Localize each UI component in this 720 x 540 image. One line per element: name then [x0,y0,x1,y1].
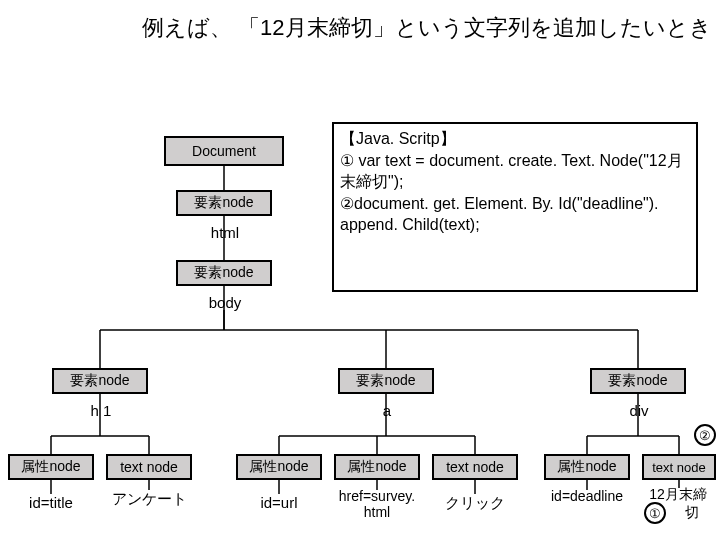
attr-node-3-value: href=survey. html [334,488,420,520]
attr-node-4-value: id=deadline [544,488,630,504]
text-node-1: text node [106,454,192,480]
node-elem-h1: 要素node [52,368,148,394]
circle-2: ② [694,424,716,446]
text-node-3-value-l2: 切 [670,504,714,522]
node-elem-div: 要素node [590,368,686,394]
node-elem-1-label: 要素node [194,194,253,212]
text-node-2: text node [432,454,518,480]
node-elem-2-label: 要素node [194,264,253,282]
node-elem-2: 要素node [176,260,272,286]
node-document: Document [164,136,284,166]
text-node-3-value-l1: 12月末締 [636,486,720,504]
attr-node-3: 属性node [334,454,420,480]
attr-node-2: 属性node [236,454,322,480]
attr-node-1: 属性node [8,454,94,480]
text-node-2-value: クリック [432,494,518,513]
circle-1: ① [644,502,666,524]
js-text: 【Java. Scritp】 ① var text = document. cr… [340,130,683,233]
node-document-label: Document [192,143,256,159]
label-body: body [200,294,250,311]
node-elem-1: 要素node [176,190,272,216]
text-node-1-value: アンケート [106,490,192,508]
label-div: div [622,402,656,419]
attr-node-4: 属性node [544,454,630,480]
js-explanation: 【Java. Scritp】 ① var text = document. cr… [332,122,698,292]
text-node-3: text node [642,454,716,480]
page-title: 例えば、 「12月末締切」という文字列を追加したいとき [142,14,712,43]
label-a: a [378,402,396,419]
label-html: html [200,224,250,241]
attr-node-1-value: id=title [8,494,94,511]
label-h1: h 1 [84,402,118,419]
node-elem-a: 要素node [338,368,434,394]
attr-node-2-value: id=url [236,494,322,511]
